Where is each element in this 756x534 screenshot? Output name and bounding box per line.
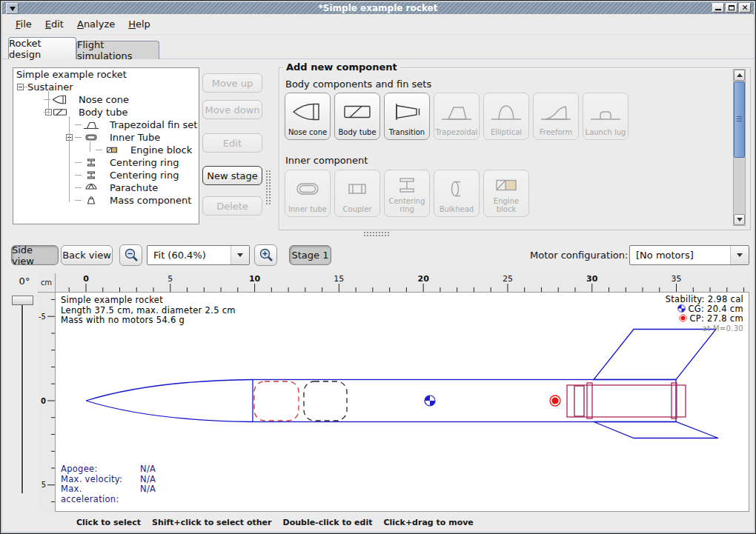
add-elliptical-button[interactable]: Elliptical xyxy=(483,93,529,140)
maximize-button[interactable] xyxy=(726,3,737,13)
add-launch-lug-button[interactable]: Launch lug xyxy=(583,93,629,140)
svg-text:10: 10 xyxy=(249,274,261,284)
add-centering-ring-button[interactable]: Centering ring xyxy=(384,170,430,217)
vertical-split-grip[interactable] xyxy=(265,170,272,205)
new-stage-button[interactable]: New stage xyxy=(202,166,262,185)
add-coupler-button[interactable]: Coupler xyxy=(334,170,380,217)
tree-item-inner-tube[interactable]: Inner Tube xyxy=(13,131,199,144)
magnifier-minus-icon xyxy=(123,247,139,264)
component-button-label: Launch lug xyxy=(586,129,626,140)
section-label-inner-component: Inner component xyxy=(285,155,368,166)
zoom-in-button[interactable] xyxy=(254,244,277,266)
tree-item-parachute[interactable]: Parachute xyxy=(13,181,199,194)
flight-row-max-acceleration: Max. acceleration:N/A xyxy=(61,484,156,504)
delete-button[interactable]: Delete xyxy=(202,196,262,216)
tree-item-trapezoidal-fin-set[interactable]: Trapezoidal fin set xyxy=(13,119,199,131)
back-view-button[interactable]: Back view xyxy=(61,245,113,265)
fin-lower[interactable] xyxy=(594,422,718,438)
tree-item-label: Trapezoidal fin set xyxy=(110,119,197,130)
add-engine-block-button[interactable]: Engine block xyxy=(483,170,529,217)
tree-item-engine-block[interactable]: Engine block xyxy=(13,144,199,156)
tree-item-mass-component[interactable]: Mass component xyxy=(13,194,199,207)
parachute-outline[interactable] xyxy=(254,381,299,421)
zoom-out-button[interactable] xyxy=(119,244,142,266)
move-down-button[interactable]: Move down xyxy=(202,100,262,119)
zoom-select[interactable]: Fit (60.4%) xyxy=(147,245,250,265)
menu-analyze[interactable]: Analyze xyxy=(71,16,121,32)
menu-file[interactable]: File xyxy=(10,16,38,32)
add-transition-button[interactable]: Transition xyxy=(384,93,430,140)
scrollbar-thumb[interactable] xyxy=(734,81,745,158)
stage-1-toggle[interactable]: Stage 1 xyxy=(289,245,331,265)
svg-text:20: 20 xyxy=(418,274,430,284)
tree-item-label: Sustainer xyxy=(27,81,73,93)
svg-text:5: 5 xyxy=(42,481,46,489)
app-window: *Simple example rocket ✕ FileEditAnalyze… xyxy=(0,0,756,534)
rocket-info: Simple example rocket Length 37.5 cm, ma… xyxy=(61,296,236,326)
tree-collapse-toggle[interactable] xyxy=(17,84,24,90)
menu-edit[interactable]: Edit xyxy=(39,16,70,32)
tree-item-centering-ring[interactable]: Centering ring xyxy=(13,156,199,169)
close-icon: ✕ xyxy=(741,4,748,12)
elliptical-fin-icon xyxy=(490,93,523,129)
section-label-body-components: Body components and fin sets xyxy=(285,79,431,90)
mass-component-outline[interactable] xyxy=(304,381,347,421)
hint-text: Click+drag to move xyxy=(383,518,473,527)
minimize-button[interactable] xyxy=(712,3,724,13)
fin-upper[interactable] xyxy=(594,330,716,380)
side-view-button[interactable]: Side view xyxy=(11,245,59,265)
body-tube-icon xyxy=(341,93,374,129)
ruler-unit-label: cm xyxy=(38,273,56,293)
launch-lug-icon xyxy=(589,93,622,129)
component-scrollbar[interactable] xyxy=(733,69,746,226)
stability-info: Stability: 2.98 cal CG: 20.4 cm CP: 27.8… xyxy=(666,295,743,333)
move-up-button[interactable]: Move up xyxy=(202,73,262,93)
cp-line: CP: 27.8 cm xyxy=(666,314,743,324)
centering-ring-fore[interactable] xyxy=(587,383,592,418)
add-trapezoidal-button[interactable]: Trapezoidal xyxy=(434,93,480,140)
body-tube-outline[interactable] xyxy=(253,380,676,422)
rocket-canvas[interactable]: Simple example rocket Length 37.5 cm, ma… xyxy=(56,293,749,512)
tree-item-simple-example-rocket[interactable]: Simple example rocket xyxy=(13,68,199,81)
add-freeform-button[interactable]: Freeform xyxy=(533,93,579,140)
tab-flight-simulations[interactable]: Flight simulations xyxy=(76,41,159,59)
tree-item-centering-ring[interactable]: Centering ring xyxy=(13,169,199,181)
inner-tube-icon xyxy=(82,132,101,143)
add-nose-cone-button[interactable]: Nose cone xyxy=(285,93,331,140)
svg-text:0: 0 xyxy=(83,274,89,284)
component-button-label: Body tube xyxy=(338,129,376,140)
transition-icon xyxy=(391,93,423,129)
add-inner-tube-button[interactable]: Inner tube xyxy=(285,170,331,217)
add-body-tube-button[interactable]: Body tube xyxy=(334,93,380,140)
nose-cone-icon xyxy=(50,94,70,105)
component-button-label: Coupler xyxy=(343,206,372,217)
component-button-label: Transition xyxy=(389,129,425,140)
close-button[interactable]: ✕ xyxy=(739,3,751,13)
nose-cone-outline[interactable] xyxy=(86,380,253,422)
tree-item-body-tube[interactable]: Body tube xyxy=(13,106,199,119)
chevron-down-icon xyxy=(737,253,743,257)
tree-item-sustainer[interactable]: Sustainer xyxy=(13,81,199,93)
component-button-label: Freeform xyxy=(540,129,573,140)
menu-bar: FileEditAnalyzeHelp xyxy=(2,14,754,35)
zoom-select-arrow xyxy=(231,246,249,264)
rocket-dimensions: Length 37.5 cm, max. diameter 2.5 cm xyxy=(61,306,236,316)
rotation-slider-track[interactable] xyxy=(21,304,24,493)
motor-configuration-select[interactable]: [No motors] xyxy=(629,245,749,265)
add-bulkhead-button[interactable]: Bulkhead xyxy=(434,170,480,217)
rotation-slider-thumb[interactable] xyxy=(12,296,33,305)
edit-button[interactable]: Edit xyxy=(202,133,262,153)
tab-rocket-design[interactable]: Rocket design xyxy=(8,37,76,59)
maximize-icon xyxy=(729,5,735,10)
engine-block-outline[interactable] xyxy=(574,386,584,416)
tree-item-nose-cone[interactable]: Nose cone xyxy=(13,93,199,106)
component-button-label: Elliptical xyxy=(491,129,522,140)
scroll-up-button[interactable] xyxy=(734,70,745,81)
motor-configuration-arrow xyxy=(730,246,749,264)
scroll-down-button[interactable] xyxy=(734,214,745,225)
inner-tube-outline[interactable] xyxy=(567,385,686,417)
menu-help[interactable]: Help xyxy=(122,16,156,32)
hint-text: Shift+click to select other xyxy=(152,518,272,527)
component-tree[interactable]: Simple example rocketSustainerNose coneB… xyxy=(13,67,199,224)
rotation-angle-label: 0° xyxy=(10,276,39,287)
